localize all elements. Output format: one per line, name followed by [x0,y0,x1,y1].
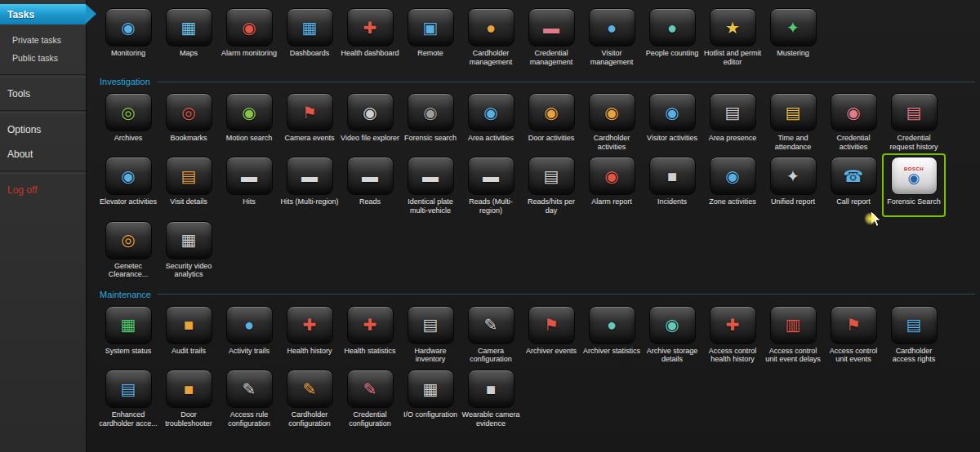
task-tile[interactable]: ◉Cardholder activities [581,91,642,151]
task-tile[interactable]: ●Activity trails [219,304,279,364]
task-icon: ☎ [831,157,877,195]
sidebar-item-options[interactable]: Options [0,117,86,142]
task-tile[interactable]: ▦System status [98,304,158,364]
task-tile[interactable]: ▬Credential management [521,7,581,66]
task-tile[interactable]: ✚Access control health history [702,304,763,364]
task-tile[interactable]: ✎Access rule configuration [219,368,279,428]
task-tile[interactable]: ▦Dashboards [279,7,340,66]
task-tile[interactable]: ▬Reads [340,155,400,215]
task-icon: ▬ [347,157,394,195]
task-glyph-icon: ◉ [908,171,920,185]
task-tile[interactable]: ◉Visitor activities [642,91,702,151]
task-tile[interactable]: ▤Time and attendance [763,91,823,151]
sidebar-item-tasks[interactable]: Tasks [0,4,86,24]
task-icon: ◉ [589,93,635,131]
task-tile[interactable]: ▦Security video analytics [158,219,219,279]
task-tile[interactable]: ■Audit trails [158,304,219,364]
task-tile[interactable]: ●Archiver statistics [581,304,642,364]
task-label: Reads (Multi-region) [461,197,520,215]
sidebar-item-logoff[interactable]: Log off [0,178,86,202]
task-glyph-icon: ◉ [665,104,679,121]
task-label: I/O configuration [403,410,457,428]
task-label: Forensic search [404,134,457,151]
task-glyph-icon: ▦ [302,20,318,36]
task-label: Visitor activities [647,134,697,151]
task-label: Archiver events [526,347,577,364]
task-tile[interactable]: ◎Archives [98,91,158,151]
task-tile[interactable]: ▣Remote [400,7,461,66]
task-tile[interactable]: ☎Call report [823,155,884,215]
task-icon: ⚑ [528,306,575,344]
task-tile[interactable]: ◉Area activities [461,91,521,151]
task-tile[interactable]: ▤Visit details [158,155,219,215]
task-tile[interactable]: ◉Forensic search [400,91,461,151]
task-tile[interactable]: ◉Alarm report [581,155,642,215]
task-tile[interactable]: ◉Motion search [219,91,279,151]
task-tile[interactable]: ◉Archive storage details [642,304,702,364]
task-tile[interactable]: ◉Video file explorer [340,91,400,151]
task-tile[interactable]: ▥Access control unit event delays [763,304,823,364]
task-tile[interactable]: ◉Zone activities [702,155,763,215]
task-tile[interactable]: ◎Bookmarks [158,91,219,151]
sidebar-item-about[interactable]: About [0,142,86,166]
task-tile[interactable]: ●Visitor management [581,7,642,66]
task-glyph-icon: ✚ [363,317,377,333]
task-tile[interactable]: ⚑Access control unit events [823,304,884,364]
task-icon: ▤ [105,370,152,408]
task-label: Reads [359,197,381,215]
task-label: Credential configuration [341,410,399,428]
task-tile[interactable]: ▬Hits (Multi-region) [279,155,340,215]
task-icon: ✚ [710,306,756,344]
task-tile[interactable]: ◉Elevator activities [98,155,158,215]
task-tile[interactable]: ◎Genetec Clearance... [98,219,158,279]
task-tile[interactable]: ✦Unified report [763,155,823,215]
sidebar-item-public-tasks[interactable]: Public tasks [0,49,86,67]
task-tile[interactable]: BOSCH◉Forensic Search [884,155,944,215]
task-tile[interactable]: ✎Credential configuration [340,368,400,428]
task-tile[interactable]: ▦I/O configuration [400,368,461,428]
task-icon: ▬ [468,157,514,195]
task-tile[interactable]: ◉Door activities [521,91,581,151]
task-tile[interactable]: ✚Health history [279,304,340,364]
task-tile[interactable]: ▬Reads (Multi-region) [461,155,521,215]
task-tile[interactable]: ◉Credential activities [823,91,884,151]
task-tile[interactable]: ■Wearable camera evidence [461,368,521,428]
task-tile[interactable]: ■Door troubleshooter [158,368,219,428]
task-tile[interactable]: ▤Area presence [702,91,763,151]
task-tile[interactable]: ▤Credential request history [884,91,944,151]
task-glyph-icon: ▦ [181,232,197,248]
task-tile[interactable]: ▦Maps [158,7,219,66]
task-label: Health statistics [344,347,395,364]
task-tile[interactable]: ★Hotlist and permit editor [702,7,763,66]
task-icon: ■ [166,370,212,408]
task-tile[interactable]: ▤Enhanced cardholder acce... [98,368,158,428]
sidebar-item-tools[interactable]: Tools [0,82,86,106]
task-tile[interactable]: ⚑Archiver events [521,304,581,364]
task-icon: ◉ [710,157,756,195]
task-tile[interactable]: ✦Mustering [763,7,823,66]
task-tile[interactable]: ▤Hardware inventory [400,304,461,364]
task-tile[interactable]: ■Incidents [642,155,702,215]
task-label: Forensic Search [887,197,941,215]
task-glyph-icon: ✚ [363,20,377,36]
task-tile[interactable]: ▬Identical plate multi-vehicle [400,155,461,215]
task-label: Credential request history [884,134,943,151]
task-glyph-icon: ▤ [121,381,136,397]
task-tile[interactable]: ✚Health dashboard [340,7,400,66]
task-tile[interactable]: ✎Cardholder configuration [279,368,340,428]
task-tile[interactable]: ⚑Camera events [279,91,340,151]
task-tile[interactable]: ✎Camera configuration [461,304,521,364]
task-label: Call report [836,197,871,215]
task-label: Credential management [522,49,581,66]
task-tile[interactable]: ●Cardholder management [461,7,521,66]
task-tile[interactable]: ✚Health statistics [340,304,400,364]
task-icon: ◎ [105,221,152,259]
task-tile[interactable]: ●People counting [642,7,702,66]
sidebar-item-private-tasks[interactable]: Private tasks [0,31,86,49]
task-tile[interactable]: ◉Alarm monitoring [219,7,279,66]
task-tile[interactable]: ▤Cardholder access rights [884,304,944,364]
task-tile[interactable]: ◉Monitoring [98,7,158,66]
task-glyph-icon: ✦ [786,20,800,36]
task-tile[interactable]: ▬Hits [219,155,279,215]
task-tile[interactable]: ▤Reads/hits per day [521,155,581,215]
